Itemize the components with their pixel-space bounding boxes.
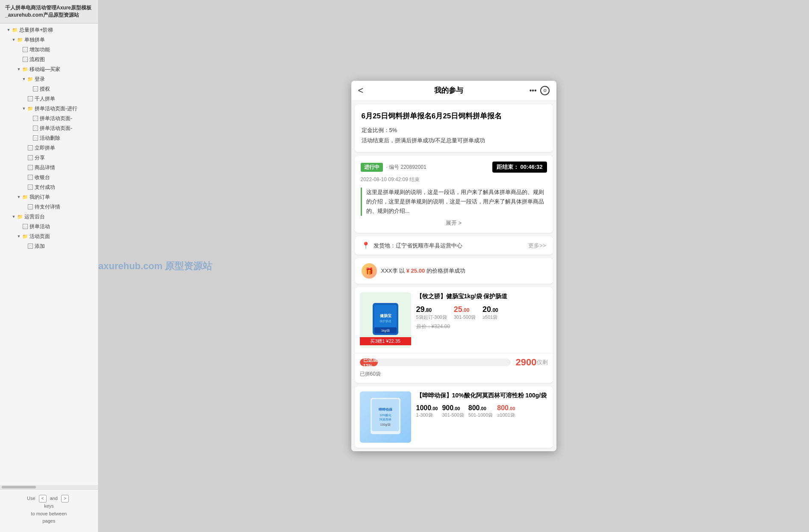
tree-label-5: 移动端—买家	[29, 66, 60, 73]
product2-price-tier-3: 800.00≥1001袋	[497, 404, 515, 418]
product2-tier-label-3: ≥1001袋	[497, 412, 515, 418]
tree-item-6[interactable]: ▼📁登录	[0, 74, 98, 84]
product2-tier-label-2: 501-1000袋	[468, 412, 493, 418]
progress-bar-fill: 已达成12%	[360, 359, 378, 366]
spacer-11	[26, 126, 32, 131]
expand-arrow-1[interactable]: ▼	[6, 27, 11, 32]
tree-label-23: 添加	[35, 243, 45, 250]
tree-label-21: 拼单活动	[29, 223, 50, 230]
folder-icon-2: 📁	[17, 37, 23, 43]
tree-label-14: 分享	[35, 154, 45, 162]
product2-price-tier-1: 900.00301-500袋	[442, 404, 464, 418]
progress-section: 已达成12% 2900 仅剩 已拼60袋	[355, 353, 553, 383]
tree-item-8[interactable]: □千人拼单	[0, 94, 98, 104]
footer-keys: keys	[44, 503, 54, 508]
product1-tier-price-2: 20.00	[482, 305, 498, 314]
spacer-23	[21, 244, 26, 249]
product1-tier-price-0: 29.80	[416, 305, 432, 314]
circle-button[interactable]: ⊙	[540, 86, 550, 95]
expand-button[interactable]: 展开 >	[361, 219, 547, 227]
spacer-15	[21, 165, 26, 170]
tree-item-21[interactable]: □拼单活动	[0, 222, 98, 232]
shipping-left: 📍 发货地：辽宁省抚顺市牟县运营中心	[362, 241, 462, 250]
tree-item-18[interactable]: ▼📁我的订单	[0, 192, 98, 202]
tree-label-2: 单独拼单	[24, 36, 45, 44]
more-button[interactable]: •••	[530, 87, 537, 94]
expand-arrow-2[interactable]: ▼	[11, 37, 16, 42]
product1-info: 【牧之骄】健肠宝1kg/袋 保护肠道 29.805袋起订-300袋25.0030…	[416, 292, 548, 348]
phone-title: 我的参与	[368, 85, 529, 95]
prev-key-btn[interactable]: <	[39, 495, 47, 503]
product1-svg: 健肠宝 保护肠道 1kg/袋	[368, 301, 403, 339]
tree-label-4: 流程图	[29, 56, 45, 63]
user-prefix: XXX李 以	[381, 267, 405, 274]
tree-item-16[interactable]: □收银台	[0, 173, 98, 182]
tree-item-7[interactable]: □授权	[0, 84, 98, 94]
tree-item-4[interactable]: □流程图	[0, 55, 98, 65]
tree-item-3[interactable]: □增加功能	[0, 45, 98, 55]
product2-card: 哗哗动保 10%酸化 阿莫西林 100g/袋 【哗哗动保】10%酸化阿莫西林可溶…	[355, 386, 553, 448]
tree-item-5[interactable]: ▼📁移动端—买家	[0, 65, 98, 74]
expand-arrow-6[interactable]: ▼	[21, 76, 26, 82]
back-button[interactable]: <	[358, 85, 364, 96]
spacer-4	[16, 57, 21, 62]
status-row: 进行中 · 编号 220892001 距结束： 00:46:32	[361, 162, 547, 173]
svg-text:阿莫西林: 阿莫西林	[379, 418, 391, 421]
expand-arrow-22[interactable]: ▼	[16, 234, 21, 239]
status-left: 进行中 · 编号 220892001	[361, 163, 427, 172]
folder-icon-20: 📁	[17, 214, 23, 220]
product1-tier-label-1: 301-500袋	[454, 314, 476, 320]
svg-text:100g/袋: 100g/袋	[380, 423, 391, 426]
sidebar-tree[interactable]: ▼📁总量拼单+阶梯▼📁单独拼单□增加功能□流程图▼📁移动端—买家▼📁登录□授权□…	[0, 24, 98, 485]
page-icon-12: □	[32, 135, 38, 141]
footer-to-move: to move between	[31, 511, 67, 516]
tree-item-2[interactable]: ▼📁单独拼单	[0, 35, 98, 45]
product2-info: 【哗哗动保】10%酸化阿莫西林可溶性粉 100g/袋 1000.001-300袋…	[416, 391, 548, 443]
tree-item-1[interactable]: ▼📁总量拼单+阶梯	[0, 25, 98, 35]
main-content: < 我的参与 ••• ⊙ 6月25日饲料拼单报名6月25日饲料拼单报名 定金比例…	[98, 0, 809, 532]
svg-text:保护肠道: 保护肠道	[379, 320, 391, 323]
tree-label-18: 我的订单	[29, 194, 50, 201]
tree-item-20[interactable]: ▼📁运营后台	[0, 212, 98, 222]
tree-item-15[interactable]: □商品详情	[0, 163, 98, 173]
page-icon-15: □	[27, 165, 33, 170]
deposit-label1: 定金比例：5%	[362, 125, 546, 135]
product2-tier-label-0: 1-300袋	[416, 412, 433, 418]
shipping-icon: 📍	[362, 241, 370, 250]
page-icon-23: □	[27, 243, 33, 249]
tree-item-23[interactable]: □添加	[0, 241, 98, 251]
shipping-more[interactable]: 更多>>	[528, 242, 546, 250]
sidebar-hscroll[interactable]	[0, 485, 98, 489]
countdown-value: 00:46:32	[520, 164, 542, 170]
tree-item-14[interactable]: □分享	[0, 153, 98, 163]
tree-item-10[interactable]: □拼单活动页面-	[0, 114, 98, 123]
tree-label-10: 拼单活动页面-	[40, 115, 72, 122]
expand-arrow-9[interactable]: ▼	[21, 106, 26, 111]
next-key-btn[interactable]: >	[61, 495, 69, 503]
tree-item-13[interactable]: □立即拼单	[0, 143, 98, 153]
tree-item-22[interactable]: ▼📁活动页面	[0, 232, 98, 241]
tree-item-9[interactable]: ▼📁拼单活动页面-进行	[0, 104, 98, 114]
expand-arrow-18[interactable]: ▼	[16, 194, 21, 200]
phone-frame: < 我的参与 ••• ⊙ 6月25日饲料拼单报名6月25日饲料拼单报名 定金比例…	[351, 81, 556, 452]
folder-icon-6: 📁	[27, 76, 33, 82]
tree-label-20: 运营后台	[24, 213, 45, 220]
tree-label-8: 千人拼单	[35, 95, 55, 103]
folder-icon-9: 📁	[27, 106, 33, 112]
product1-price-tier-1: 25.00301-500袋	[454, 305, 476, 320]
tree-label-9: 拼单活动页面-进行	[35, 105, 77, 112]
already-joined: 已拼60袋	[360, 370, 548, 378]
tree-item-17[interactable]: □支付成功	[0, 182, 98, 192]
expand-arrow-5[interactable]: ▼	[16, 67, 21, 72]
product1-top: 健肠宝 保护肠道 1kg/袋 买3赠1 ¥22.35 【牧之骄】健肠宝1kg/袋…	[355, 287, 553, 353]
status-desc: 这里是拼单规则的说明，这是一段话，用户来了解具体拼单商品的、规则的介绍，这里是拼…	[361, 188, 547, 216]
tree-item-12[interactable]: □活动删除	[0, 133, 98, 143]
product2-name: 【哗哗动保】10%酸化阿莫西林可溶性粉 100g/袋	[416, 391, 548, 400]
tree-label-3: 增加功能	[29, 46, 50, 53]
tree-item-19[interactable]: □待支付详情	[0, 202, 98, 212]
spacer-12	[26, 135, 32, 141]
tree-item-11[interactable]: □拼单活动页面-	[0, 123, 98, 133]
product1-price-tier-0: 29.805袋起订-300袋	[416, 305, 447, 320]
footer-use: Use	[27, 496, 35, 501]
expand-arrow-20[interactable]: ▼	[11, 214, 16, 219]
